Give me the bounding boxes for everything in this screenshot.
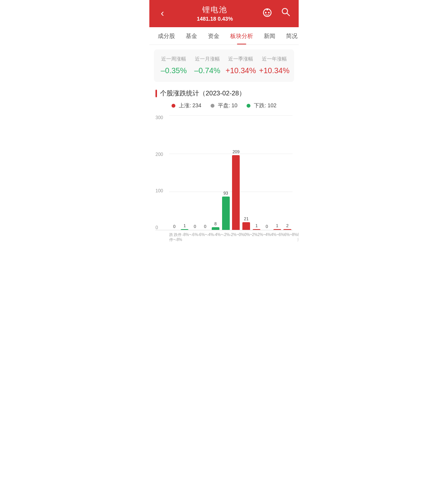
- legend-flat-label: 平盘: 10: [218, 102, 237, 108]
- legend-flat-dot: [211, 104, 214, 108]
- x-label-6: 0%~2%: [244, 232, 258, 242]
- tabs-bar: 成分股 基金 资金 板块分析 新闻 简况: [149, 27, 299, 45]
- svg-rect-3: [267, 8, 268, 10]
- chart-legend: 上涨: 234 平盘: 10 下跌: 102: [149, 102, 299, 109]
- bar-rect-1: [181, 229, 188, 230]
- svg-point-1: [265, 12, 267, 13]
- bar-value-8: 1: [255, 223, 258, 228]
- bar-rect-7: [242, 222, 250, 230]
- legend-down: 下跌: 102: [247, 102, 276, 109]
- bar-value-6: 209: [232, 149, 239, 154]
- tab-summary[interactable]: 简况: [281, 27, 299, 44]
- svg-rect-4: [263, 12, 264, 14]
- header-subtitle: 1481.18 0.43%: [169, 16, 260, 22]
- bar-col-11: 2: [282, 115, 293, 230]
- y-axis: 300 200 100 0: [155, 115, 163, 230]
- x-label-8: 4%~6%: [271, 232, 284, 242]
- chart-container: 300 200 100 0 0100893209211012 跌停跌停~-8%-…: [149, 115, 299, 250]
- perf-yearly-value: +10.34%: [258, 66, 291, 75]
- bar-col-7: 21: [241, 115, 252, 230]
- x-label-7: 2%~4%: [258, 232, 271, 242]
- bar-col-1: 1: [180, 115, 190, 230]
- tab-capital[interactable]: 资金: [203, 27, 225, 44]
- x-label-1: 跌停~-8%: [173, 232, 182, 242]
- x-labels: 跌停跌停~-8%-8%~-6%-6%~-4%-4%~-2%-2%~0%0%~2%…: [169, 230, 293, 242]
- perf-monthly-value: –0.74%: [191, 66, 224, 75]
- back-button[interactable]: ‹: [155, 7, 169, 19]
- bar-col-4: 8: [210, 115, 221, 230]
- perf-quarterly-value: +10.34%: [224, 66, 258, 75]
- bar-col-2: 0: [190, 115, 200, 230]
- svg-point-2: [268, 12, 270, 13]
- perf-yearly: 近一年涨幅 +10.34%: [258, 56, 291, 75]
- header-right: [260, 7, 293, 20]
- y-label-100: 100: [155, 188, 163, 193]
- y-label-200: 200: [155, 152, 163, 157]
- perf-weekly-value: –0.35%: [157, 66, 191, 75]
- robot-button[interactable]: [260, 7, 274, 20]
- bar-value-7: 21: [244, 216, 249, 221]
- svg-rect-5: [271, 12, 271, 14]
- bar-rect-11: [283, 229, 291, 230]
- tab-news[interactable]: 新闻: [258, 27, 281, 44]
- bar-value-2: 0: [194, 224, 196, 229]
- bar-rect-10: [273, 229, 281, 230]
- chart-section-title: 个股涨跌统计（2023-02-28）: [155, 89, 293, 98]
- perf-yearly-label: 近一年涨幅: [258, 56, 291, 62]
- bar-col-10: 1: [272, 115, 282, 230]
- legend-down-dot: [247, 104, 250, 108]
- legend-up-dot: [172, 104, 175, 108]
- perf-monthly: 近一月涨幅 –0.74%: [191, 56, 224, 75]
- x-label-2: -8%~-6%: [182, 232, 198, 242]
- bar-col-9: 0: [262, 115, 272, 230]
- legend-flat: 平盘: 10: [211, 102, 237, 109]
- tab-analysis[interactable]: 板块分析: [225, 27, 258, 44]
- bar-value-11: 2: [286, 223, 288, 228]
- svg-line-7: [287, 13, 290, 16]
- x-label-10: 8%~涨停: [298, 232, 299, 242]
- bar-rect-4: [212, 227, 219, 230]
- bar-value-1: 1: [183, 223, 186, 228]
- bar-value-3: 0: [204, 224, 206, 229]
- bar-col-8: 1: [252, 115, 262, 230]
- bar-col-0: 0: [169, 115, 180, 230]
- bar-col-5: 93: [221, 115, 231, 230]
- x-label-9: 6%~8%: [284, 232, 298, 242]
- bars-wrapper: 0100893209211012: [169, 115, 293, 230]
- tab-fund[interactable]: 基金: [180, 27, 203, 44]
- bar-rect-8: [253, 229, 260, 230]
- bar-value-4: 8: [214, 221, 217, 226]
- bar-value-0: 0: [173, 224, 175, 229]
- x-label-5: -2%~0%: [230, 232, 244, 242]
- bar-value-5: 93: [223, 191, 228, 195]
- bar-rect-6: [232, 155, 240, 230]
- legend-up-label: 上涨: 234: [179, 102, 201, 108]
- chart-area: 300 200 100 0 0100893209211012: [155, 115, 293, 230]
- perf-weekly-label: 近一周涨幅: [157, 56, 191, 62]
- bar-rect-5: [222, 197, 230, 230]
- legend-down-label: 下跌: 102: [254, 102, 276, 108]
- header-center: 锂电池 1481.18 0.43%: [169, 5, 260, 22]
- x-label-3: -6%~-4%: [198, 232, 214, 242]
- search-button[interactable]: [279, 7, 293, 20]
- header-title: 锂电池: [169, 5, 260, 15]
- y-label-300: 300: [155, 115, 163, 120]
- bar-value-10: 1: [276, 223, 278, 228]
- perf-quarterly: 近一季涨幅 +10.34%: [224, 56, 258, 75]
- header: ‹ 锂电池 1481.18 0.43%: [149, 0, 299, 27]
- bar-col-6: 209: [231, 115, 241, 230]
- bar-value-9: 0: [266, 224, 268, 229]
- x-label-4: -4%~-2%: [214, 232, 229, 242]
- perf-monthly-label: 近一月涨幅: [191, 56, 224, 62]
- y-label-0: 0: [155, 225, 163, 230]
- performance-section: 近一周涨幅 –0.35% 近一月涨幅 –0.74% 近一季涨幅 +10.34% …: [154, 49, 294, 82]
- bar-col-3: 0: [200, 115, 210, 230]
- tab-components[interactable]: 成分股: [152, 27, 180, 44]
- perf-quarterly-label: 近一季涨幅: [224, 56, 258, 62]
- x-label-0: 跌停: [169, 232, 173, 242]
- legend-up: 上涨: 234: [172, 102, 201, 109]
- perf-weekly: 近一周涨幅 –0.35%: [157, 56, 191, 75]
